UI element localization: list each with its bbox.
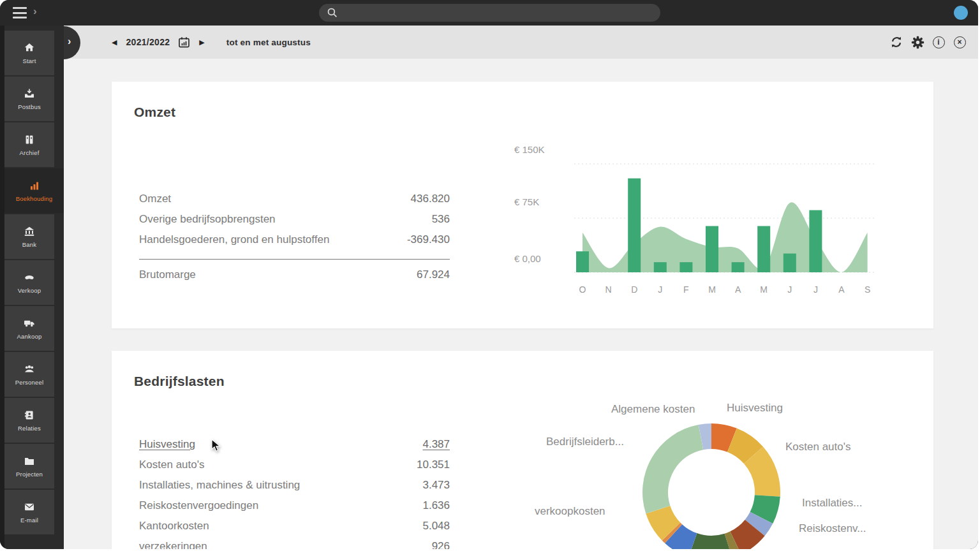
settings-button[interactable] xyxy=(910,35,924,49)
row-value: -369.430 xyxy=(407,233,450,246)
donut-label-algemene-kosten: Algemene kosten xyxy=(611,403,695,416)
sidebar-item-label: Boekhouding xyxy=(16,195,53,202)
x-axis-label: A xyxy=(838,284,844,295)
sidebar-item-bank[interactable]: Bank xyxy=(4,214,54,259)
sidebar-item-personeel[interactable]: Personeel xyxy=(4,352,54,397)
donut-label-installaties: Installaties... xyxy=(802,497,863,510)
archive-binders-icon xyxy=(24,134,35,145)
chevron-right-icon: › xyxy=(68,36,71,47)
donut-label-kosten-autos: Kosten auto's xyxy=(785,441,850,453)
app-window: › Start Postbus Archief Boek xyxy=(0,0,978,549)
bedrijfslasten-card-title: Bedrijfslasten xyxy=(134,374,225,389)
menu-chevron-icon[interactable]: › xyxy=(33,5,37,18)
top-bar: › xyxy=(0,0,978,26)
y-axis-tick: € 0,00 xyxy=(514,253,541,264)
hamburger-menu-icon[interactable] xyxy=(13,7,27,18)
info-button[interactable]: i xyxy=(932,35,946,49)
row-label: Overige bedrijfsopbrengsten xyxy=(139,213,276,226)
sidebar-item-label: Personeel xyxy=(15,379,44,386)
omzet-card-title: Omzet xyxy=(134,105,175,120)
row-value: 3.473 xyxy=(422,479,450,492)
row-label: Handelsgoederen, grond en hulpstoffen xyxy=(139,233,329,246)
bar-D[interactable] xyxy=(628,179,641,272)
sidebar-item-projecten[interactable]: Projecten xyxy=(4,444,54,489)
period-header: › ◀ 2021/2022 ▶ tot en met augustus i × xyxy=(64,26,978,59)
row-value: 536 xyxy=(432,213,450,226)
dashboard-scroll-area[interactable]: Omzet Omzet436.820 Overige bedrijfsopbre… xyxy=(64,59,978,549)
next-period-button[interactable]: ▶ xyxy=(199,38,204,47)
table-row-huisvesting[interactable]: Huisvesting4.387 xyxy=(139,434,450,455)
donut-slice-bedrijfsleiderb---[interactable] xyxy=(642,425,703,513)
sidebar-item-boekhouding[interactable]: Boekhouding xyxy=(4,168,64,213)
bar-J[interactable] xyxy=(654,262,667,272)
close-button[interactable]: × xyxy=(953,35,967,49)
y-axis-tick: € 75K xyxy=(514,196,539,207)
refresh-button[interactable] xyxy=(889,35,903,49)
sidebar-item-label: E-mail xyxy=(20,517,38,524)
row-label: Kantoorkosten xyxy=(139,520,209,533)
bank-icon xyxy=(24,226,35,237)
row-label: Brutomarge xyxy=(139,268,196,281)
mouse-cursor xyxy=(211,439,223,453)
x-axis-label: O xyxy=(579,284,586,295)
x-axis-label: M xyxy=(760,284,768,295)
table-divider xyxy=(139,259,450,260)
table-row[interactable]: Installaties, machines & uitrusting3.473 xyxy=(139,475,450,496)
bedrijfslasten-card: Bedrijfslasten Huisvesting4.387 Kosten a… xyxy=(112,351,933,549)
bar-A[interactable] xyxy=(732,262,745,272)
fiscal-year-label: 2021/2022 xyxy=(126,37,170,47)
table-row[interactable]: Handelsgoederen, grond en hulpstoffen-36… xyxy=(139,230,450,250)
table-row[interactable]: Overige bedrijfsopbrengsten536 xyxy=(139,209,450,230)
row-value: 5.048 xyxy=(422,520,450,533)
row-value: 926 xyxy=(432,540,450,549)
row-value: 4.387 xyxy=(422,438,450,451)
sidebar-item-archief[interactable]: Archief xyxy=(4,122,54,167)
donut-label-reiskosten: Reiskostenv... xyxy=(799,522,866,535)
x-axis-label: N xyxy=(605,284,612,295)
calendar-icon[interactable] xyxy=(178,36,190,48)
search-icon xyxy=(327,7,338,18)
user-avatar[interactable] xyxy=(954,6,968,20)
prev-period-button[interactable]: ◀ xyxy=(112,38,117,47)
bar-O[interactable] xyxy=(576,251,589,272)
search-input[interactable] xyxy=(319,4,660,22)
bedrijfslasten-donut-chart[interactable] xyxy=(641,422,782,549)
x-axis-labels: ONDJFMAMJJAS xyxy=(574,284,874,296)
table-row[interactable]: Kosten auto's10.351 xyxy=(139,455,450,475)
row-label: Omzet xyxy=(139,193,171,205)
sidebar-item-label: Bank xyxy=(22,241,36,248)
bar-M[interactable] xyxy=(757,226,770,272)
table-row[interactable]: verzekeringen926 xyxy=(139,536,450,549)
row-label: verzekeringen xyxy=(139,540,207,549)
bar-M[interactable] xyxy=(706,226,718,272)
omzet-bar-area-chart[interactable] xyxy=(574,159,874,273)
sidebar-item-label: Postbus xyxy=(18,103,41,110)
x-axis-label: F xyxy=(683,284,689,295)
sidebar-item-postbus[interactable]: Postbus xyxy=(4,77,54,121)
sidebar-item-relaties[interactable]: Relaties xyxy=(4,398,54,443)
bar-F[interactable] xyxy=(679,262,692,272)
refresh-icon xyxy=(890,36,903,48)
sidebar-item-email[interactable]: E-mail xyxy=(4,490,54,534)
x-axis-label: J xyxy=(813,284,818,295)
table-row[interactable]: Reiskostenvergoedingen1.636 xyxy=(139,496,450,516)
bar-J[interactable] xyxy=(809,210,822,272)
folder-icon xyxy=(24,455,35,467)
content-area: › ◀ 2021/2022 ▶ tot en met augustus i × xyxy=(64,26,978,549)
truck-icon xyxy=(24,318,35,329)
donut-label-bedrijfsleider: Bedrijfsleiderb... xyxy=(546,436,624,448)
bedrijfslasten-table: Huisvesting4.387 Kosten auto's10.351 Ins… xyxy=(139,434,450,549)
bar-J[interactable] xyxy=(783,254,796,272)
sidebar-item-aankoop[interactable]: Aankoop xyxy=(4,306,54,351)
donut-label-huisvesting: Huisvesting xyxy=(727,402,783,415)
omzet-table: Omzet436.820 Overige bedrijfsopbrengsten… xyxy=(139,189,450,285)
total-row: Brutomarge67.924 xyxy=(139,265,450,285)
info-icon: i xyxy=(933,36,945,48)
inbox-icon xyxy=(24,88,35,99)
omzet-card: Omzet Omzet436.820 Overige bedrijfsopbre… xyxy=(112,82,933,328)
row-value: 1.636 xyxy=(422,499,450,512)
sidebar-item-verkoop[interactable]: Verkoop xyxy=(4,260,54,305)
sidebar-item-start[interactable]: Start xyxy=(4,31,54,75)
table-row[interactable]: Kantoorkosten5.048 xyxy=(139,516,450,536)
table-row[interactable]: Omzet436.820 xyxy=(139,189,450,209)
